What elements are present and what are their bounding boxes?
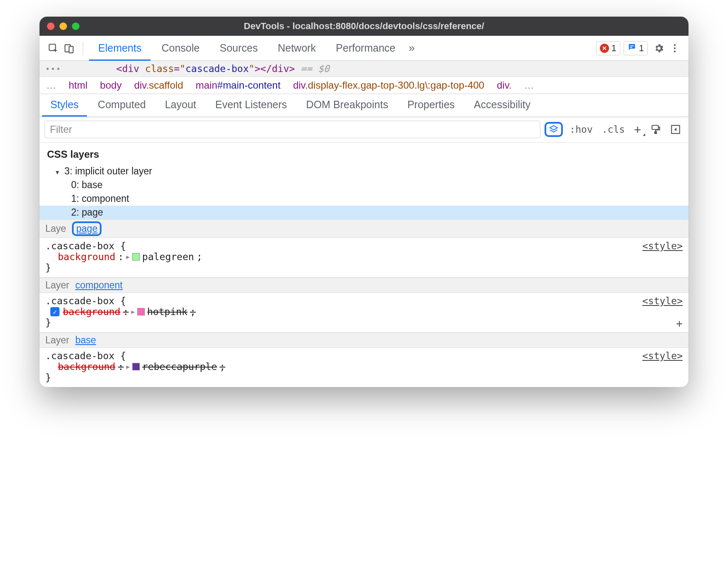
subtab-accessibility[interactable]: Accessibility <box>466 94 539 117</box>
dom-breadcrumb: … html body div.scaffold main#main-conte… <box>40 77 688 94</box>
error-icon: ✕ <box>600 44 609 53</box>
separator <box>83 41 83 55</box>
issues-badge[interactable]: 1 <box>624 41 648 55</box>
filter-input[interactable] <box>45 121 540 138</box>
svg-rect-9 <box>655 132 656 133</box>
tab-network[interactable]: Network <box>269 36 325 61</box>
css-declaration[interactable]: ✓ background: ▶ hotpink; <box>45 306 683 317</box>
svg-rect-3 <box>630 45 634 46</box>
svg-point-7 <box>674 50 676 52</box>
ellipsis-icon: ••• <box>45 65 62 73</box>
styles-subtabs: Styles Computed Layout Event Listeners D… <box>40 94 688 117</box>
add-declaration-button[interactable]: + <box>676 317 683 330</box>
crumb-body[interactable]: body <box>100 79 121 91</box>
more-tabs-button[interactable]: » <box>404 42 418 55</box>
tab-sources[interactable]: Sources <box>210 36 267 61</box>
declaration-checkbox[interactable]: ✓ <box>50 307 59 316</box>
svg-point-5 <box>674 44 676 46</box>
rule-source-link[interactable]: <style> <box>642 350 683 361</box>
minimize-window-button[interactable] <box>59 22 67 30</box>
kebab-menu-icon[interactable] <box>667 40 683 56</box>
expand-shorthand-icon[interactable]: ▶ <box>126 363 129 370</box>
svg-point-6 <box>674 47 676 49</box>
layer-label-base: Layer base <box>40 333 688 348</box>
css-rule-base[interactable]: <style> .cascade-box { background: ▶ reb… <box>40 348 688 387</box>
crumb-overflow-right[interactable]: … <box>524 79 534 91</box>
svg-rect-4 <box>630 47 632 48</box>
main-toolbar: Elements Console Sources Network Perform… <box>40 36 688 61</box>
errors-badge[interactable]: ✕ 1 <box>596 41 620 55</box>
window-controls <box>47 22 79 30</box>
inspect-element-icon[interactable] <box>45 40 61 56</box>
paint-icon[interactable] <box>648 122 664 137</box>
styles-filter-row: :hov .cls +◢ <box>40 117 688 143</box>
subtab-styles[interactable]: Styles <box>42 94 87 117</box>
rule-selector[interactable]: .cascade-box <box>45 241 114 251</box>
css-rule-component[interactable]: <style> + .cascade-box { ✓ background: ▶… <box>40 293 688 333</box>
dom-snippet: <div class="cascade-box"></div> == $0 <box>67 63 329 74</box>
window-title: DevTools - localhost:8080/docs/devtools/… <box>40 21 688 32</box>
subtab-layout[interactable]: Layout <box>156 94 204 117</box>
css-declaration[interactable]: background: ▶ rebeccapurple; <box>45 361 683 372</box>
rule-selector[interactable]: .cascade-box <box>45 295 114 306</box>
layers-icon <box>549 124 559 134</box>
color-swatch[interactable] <box>132 253 140 261</box>
svg-rect-8 <box>652 125 658 129</box>
subtab-dom-breakpoints[interactable]: DOM Breakpoints <box>298 94 396 117</box>
layer-link-base[interactable]: base <box>75 335 96 346</box>
crumb-div-trail[interactable]: div. <box>497 79 512 91</box>
rule-selector[interactable]: .cascade-box <box>45 350 114 361</box>
tab-performance[interactable]: Performance <box>327 36 404 61</box>
rule-source-link[interactable]: <style> <box>642 295 683 306</box>
subtab-computed[interactable]: Computed <box>89 94 154 117</box>
close-window-button[interactable] <box>47 22 54 30</box>
layer-row-page[interactable]: 2: page <box>40 206 688 219</box>
toggle-layers-button[interactable] <box>545 122 563 137</box>
layer-row-base[interactable]: 0: base <box>40 178 688 192</box>
subtab-event-listeners[interactable]: Event Listeners <box>207 94 295 117</box>
crumb-div-flex[interactable]: div.display-flex.gap-top-300.lg\:gap-top… <box>293 79 484 91</box>
main-tabs: Elements Console Sources Network Perform… <box>89 36 404 60</box>
layer-row-root[interactable]: 3: implicit outer layer <box>40 164 688 178</box>
issues-count: 1 <box>639 43 644 54</box>
device-toolbar-icon[interactable] <box>61 40 77 56</box>
layer-link-component[interactable]: component <box>75 280 123 291</box>
tab-elements[interactable]: Elements <box>89 36 151 61</box>
hov-button[interactable]: :hov <box>567 123 595 136</box>
layer-label-page: Laye page <box>40 219 688 238</box>
crumb-div-scaffold[interactable]: div.scaffold <box>134 79 183 91</box>
css-layers-tree: 3: implicit outer layer 0: base 1: compo… <box>40 164 688 219</box>
devtools-window: DevTools - localhost:8080/docs/devtools/… <box>40 17 688 387</box>
tab-console[interactable]: Console <box>152 36 209 61</box>
cls-button[interactable]: .cls <box>599 123 627 136</box>
css-layers-heading: CSS layers <box>40 143 688 164</box>
svg-rect-2 <box>69 46 73 52</box>
color-swatch[interactable] <box>137 308 145 315</box>
issues-icon <box>627 42 636 54</box>
maximize-window-button[interactable] <box>72 22 79 30</box>
expand-shorthand-icon[interactable]: ▶ <box>131 308 134 315</box>
titlebar: DevTools - localhost:8080/docs/devtools/… <box>40 17 688 36</box>
computed-panel-icon[interactable] <box>668 122 683 137</box>
crumb-html[interactable]: html <box>69 79 87 91</box>
crumb-overflow-left[interactable]: … <box>46 79 56 91</box>
dom-preview-line[interactable]: ••• <div class="cascade-box"></div> == $… <box>40 61 688 77</box>
rule-source-link[interactable]: <style> <box>642 241 683 251</box>
subtab-properties[interactable]: Properties <box>399 94 463 117</box>
settings-icon[interactable] <box>651 40 667 56</box>
css-declaration[interactable]: background: ▶ palegreen; <box>45 251 683 262</box>
layer-link-page[interactable]: page <box>72 221 102 236</box>
new-rule-button[interactable]: +◢ <box>631 122 644 137</box>
expand-shorthand-icon[interactable]: ▶ <box>126 253 129 260</box>
color-swatch[interactable] <box>132 363 140 370</box>
layer-label-component: Layer component <box>40 278 688 293</box>
crumb-main[interactable]: main#main-content <box>196 79 280 91</box>
layer-row-component[interactable]: 1: component <box>40 192 688 206</box>
errors-count: 1 <box>612 43 617 54</box>
css-rule-page[interactable]: <style> .cascade-box { background: ▶ pal… <box>40 238 688 278</box>
